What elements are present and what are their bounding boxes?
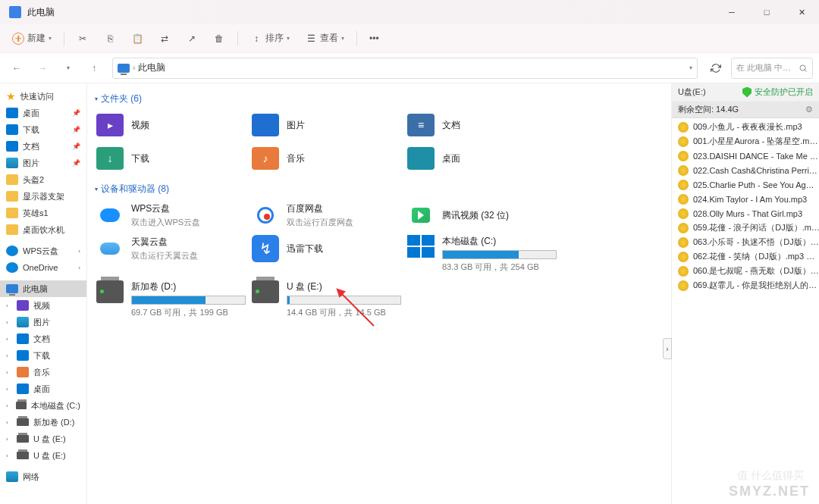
file-item[interactable]: 001.小星星Aurora - 坠落星空.m… bbox=[672, 134, 819, 149]
folder-item[interactable]: ≡ 文档 bbox=[404, 110, 560, 140]
sidebar-item[interactable]: › 文档 bbox=[0, 330, 86, 347]
sidebar-drive-item[interactable]: › 新加卷 (D:) bbox=[0, 414, 86, 430]
cut-button[interactable]: ✂ bbox=[71, 28, 95, 49]
new-label: 新建 bbox=[27, 32, 46, 45]
sidebar-item[interactable]: › 下载 bbox=[0, 347, 86, 364]
sidebar-cloud-item[interactable]: WPS云盘 › bbox=[0, 243, 86, 259]
sidebar-item[interactable]: 图片 📌 bbox=[0, 155, 86, 171]
file-item[interactable]: 025.Charlie Puth - See You Ag… bbox=[672, 177, 819, 192]
sidebar-cloud-item[interactable]: OneDrive › bbox=[0, 259, 86, 276]
file-item[interactable]: 023.DAISHI DANCE - Take Me … bbox=[672, 149, 819, 163]
folder-name: 下载 bbox=[131, 152, 149, 165]
chevron-right-icon: › bbox=[78, 248, 80, 255]
app-name: 天翼云盘 bbox=[131, 236, 198, 249]
rename-button[interactable]: ⇄ bbox=[152, 28, 177, 49]
sidebar-item[interactable]: 显示器支架 bbox=[0, 188, 86, 205]
sidebar-item[interactable]: › 桌面 bbox=[0, 380, 86, 397]
chevron-down-icon[interactable]: ▾ bbox=[689, 64, 692, 71]
sidebar-item[interactable]: 英雄s1 bbox=[0, 205, 86, 221]
sort-button[interactable]: ↕ 排序 ▾ bbox=[244, 28, 296, 49]
back-button[interactable]: ← bbox=[6, 58, 27, 79]
forward-button[interactable]: → bbox=[32, 58, 53, 79]
windows-icon bbox=[407, 235, 435, 258]
file-item[interactable]: 060.是七叔呢 - 燕无歇（DJ版）… bbox=[672, 264, 819, 278]
folder-item[interactable]: ↓ 下载 bbox=[93, 143, 249, 174]
folder-icon bbox=[17, 317, 29, 327]
share-button[interactable]: ↗ bbox=[180, 28, 204, 49]
search-input[interactable]: 在 此电脑 中… bbox=[731, 58, 813, 79]
right-panel-header: U盘(E:) 安全防护已开启 bbox=[672, 83, 819, 102]
drive-item[interactable]: U 盘 (E:) 14.4 GB 可用，共 14.5 GB bbox=[249, 279, 404, 320]
xunlei-icon: ↯ bbox=[252, 235, 279, 262]
drive-item[interactable]: 新加卷 (D:) 69.7 GB 可用，共 199 GB bbox=[93, 279, 249, 320]
file-name: 059.花僮 - 浪子闲话（DJ版）.m… bbox=[693, 222, 819, 233]
view-button[interactable]: ☰ 查看 ▾ bbox=[299, 28, 350, 49]
address-bar[interactable]: › 此电脑 ▾ bbox=[112, 58, 698, 79]
delete-button[interactable]: 🗑 bbox=[207, 28, 231, 49]
folders-group-header[interactable]: ▾ 文件夹 (6) bbox=[95, 92, 665, 105]
maximize-button[interactable]: □ bbox=[749, 0, 784, 24]
file-item[interactable]: 024.Kim Taylor - I Am You.mp3 bbox=[672, 192, 819, 206]
app-item[interactable]: 百度网盘 双击运行百度网盘 bbox=[249, 200, 404, 230]
sidebar-this-pc[interactable]: 此电脑 bbox=[0, 280, 86, 297]
sidebar-item[interactable]: 桌面饮水机 bbox=[0, 221, 86, 238]
sidebar-drive-item[interactable]: › 本地磁盘 (C:) bbox=[0, 397, 86, 414]
up-button[interactable]: ↑ bbox=[83, 58, 105, 79]
sidebar-item[interactable]: › 视频 bbox=[0, 297, 86, 314]
folder-item[interactable]: ▸ 视频 bbox=[93, 110, 249, 140]
file-item[interactable]: 062.花僮 - 笑纳（DJ版）.mp3 … bbox=[672, 249, 819, 264]
app-item[interactable]: WPS云盘 双击进入WPS云盘 bbox=[93, 200, 249, 230]
folder-item[interactable]: 桌面 bbox=[404, 143, 560, 174]
mp3-icon bbox=[678, 266, 689, 277]
recent-button[interactable]: ▾ bbox=[58, 58, 79, 79]
new-button[interactable]: 新建 ▾ bbox=[6, 28, 58, 49]
folder-name: 图片 bbox=[287, 119, 305, 132]
chevron-right-icon: › bbox=[6, 402, 11, 409]
file-item[interactable]: 063.小乐哥 - 执迷不悟（DJ版）… bbox=[672, 235, 819, 249]
security-status[interactable]: 安全防护已开启 bbox=[742, 86, 813, 98]
sidebar-item[interactable]: 下载 📌 bbox=[0, 121, 86, 138]
gear-icon[interactable]: ⚙ bbox=[805, 105, 813, 114]
cloud-icon bbox=[6, 246, 18, 256]
minimize-button[interactable]: ─ bbox=[714, 0, 749, 24]
folder-item[interactable]: ♪ 音乐 bbox=[249, 143, 404, 174]
paste-button[interactable]: 📋 bbox=[125, 28, 149, 49]
sidebar-drive-item[interactable]: › U 盘 (E:) bbox=[0, 430, 86, 447]
sidebar-item[interactable]: › 图片 bbox=[0, 314, 86, 330]
wps-icon bbox=[96, 202, 124, 229]
sidebar-drive-item[interactable]: › U 盘 (E:) bbox=[0, 447, 86, 464]
sidebar-quick-access[interactable]: ★ 快速访问 bbox=[0, 88, 86, 105]
copy-button[interactable]: ⎘ bbox=[98, 28, 122, 49]
file-item[interactable]: 028.Olly Murs - That Girl.mp3 bbox=[672, 206, 819, 221]
sidebar-item[interactable]: › 音乐 bbox=[0, 364, 86, 380]
folder-item[interactable]: 图片 bbox=[249, 110, 404, 140]
disk-icon bbox=[17, 435, 29, 443]
folder-icon bbox=[6, 108, 18, 118]
refresh-button[interactable] bbox=[705, 58, 726, 79]
svg-line-1 bbox=[805, 70, 807, 72]
close-button[interactable]: ✕ bbox=[784, 0, 819, 24]
more-button[interactable]: ••• bbox=[363, 28, 385, 49]
sidebar-item[interactable]: 桌面 📌 bbox=[0, 105, 86, 121]
sidebar-item-label: OneDrive bbox=[23, 263, 58, 272]
sidebar-item[interactable]: 头盔2 bbox=[0, 171, 86, 188]
drive-item[interactable]: 本地磁盘 (C:) 83.3 GB 可用，共 254 GB bbox=[404, 233, 560, 274]
sidebar-item[interactable]: 文档 📌 bbox=[0, 138, 86, 155]
file-item[interactable]: 009.小鱼儿 - 夜夜夜漫长.mp3 bbox=[672, 120, 819, 134]
file-item[interactable]: 069.赵霏儿 - 你是我拒绝别人的… bbox=[672, 278, 819, 293]
app-item[interactable]: ↯ 迅雷下载 bbox=[249, 233, 404, 264]
star-icon: ★ bbox=[6, 90, 16, 102]
panel-collapse-button[interactable]: › bbox=[663, 338, 672, 359]
rename-icon: ⇄ bbox=[158, 33, 171, 45]
app-item[interactable]: 天翼云盘 双击运行天翼云盘 bbox=[93, 233, 249, 264]
sidebar-item-label: 文档 bbox=[33, 333, 50, 345]
sidebar-network[interactable]: 网络 bbox=[0, 468, 86, 485]
drives-group-header[interactable]: ▾ 设备和驱动器 (8) bbox=[95, 183, 665, 196]
sidebar-item-label: 图片 bbox=[33, 317, 50, 328]
file-item[interactable]: 059.花僮 - 浪子闲话（DJ版）.m… bbox=[672, 221, 819, 235]
app-item[interactable]: 腾讯视频 (32 位) bbox=[404, 200, 560, 230]
file-item[interactable]: 022.Cash Cash&Christina Perri… bbox=[672, 163, 819, 177]
app-sub: 双击运行百度网盘 bbox=[287, 217, 353, 228]
chevron-right-icon: › bbox=[6, 302, 12, 309]
mp3-icon bbox=[678, 122, 689, 133]
